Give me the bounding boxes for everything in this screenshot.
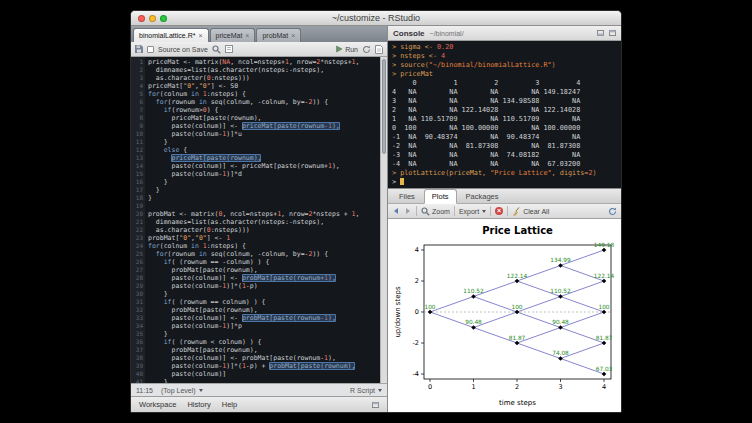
- code-lines[interactable]: priceMat <- matrix(NA, ncol=nsteps+1, nr…: [145, 57, 387, 383]
- console-line: 4 NA NA NA NA 149.18247: [392, 88, 617, 97]
- code-line[interactable]: }: [148, 378, 387, 383]
- source-tab-binomialLattice-R[interactable]: binomialLattice.R*×: [133, 28, 209, 42]
- code-line[interactable]: dimnames=list(as.character(nsteps:-nstep…: [148, 218, 387, 226]
- line-number-gutter: 1234567891011121314151617181920212223242…: [131, 57, 145, 383]
- plots-toolbar: Zoom Export × Clear All: [388, 204, 621, 219]
- code-line[interactable]: }: [148, 178, 387, 186]
- code-line[interactable]: else {: [148, 146, 387, 154]
- code-line[interactable]: dimnames=list(as.character(nsteps:-nstep…: [148, 66, 387, 74]
- source-tab-priceMat[interactable]: priceMat×: [210, 28, 256, 42]
- close-window-button[interactable]: [138, 15, 145, 22]
- code-line[interactable]: }: [148, 186, 387, 194]
- zoom-button[interactable]: Zoom: [421, 207, 450, 216]
- code-line[interactable]: if( (rownum < colnum) ) {: [148, 338, 387, 346]
- code-line[interactable]: as.character(0:nsteps))): [148, 226, 387, 234]
- code-line[interactable]: as.character(0:nsteps))): [148, 74, 387, 82]
- code-line[interactable]: priceMat[paste(rownum),: [148, 114, 387, 122]
- remove-plot-icon[interactable]: ×: [495, 207, 503, 215]
- source-on-save-checkbox[interactable]: [147, 46, 154, 53]
- code-line[interactable]: probMat[paste(rownum),: [148, 266, 387, 274]
- file-type-selector[interactable]: R Script: [350, 387, 382, 394]
- tab-files[interactable]: Files: [392, 190, 422, 203]
- code-line[interactable]: }: [148, 290, 387, 298]
- code-line[interactable]: if(rownum>0) {: [148, 106, 387, 114]
- code-line[interactable]: paste(colnum-1)]*d: [148, 170, 387, 178]
- previous-plot-icon[interactable]: [392, 207, 400, 215]
- run-button[interactable]: Run: [335, 45, 358, 53]
- minimize-window-button[interactable]: [149, 15, 156, 22]
- code-line[interactable]: priceMat["0","0"] <- S0: [148, 82, 387, 90]
- editor-scrollbar-thumb[interactable]: [382, 59, 386, 154]
- close-tab-icon[interactable]: ×: [291, 32, 295, 39]
- rstudio-window: ~/customize - RStudio binomialLattice.R*…: [130, 10, 622, 413]
- code-line[interactable]: paste(colnum)] <- probMat[paste(rownum+1…: [148, 274, 387, 282]
- export-button[interactable]: Export: [459, 208, 486, 215]
- tab-history[interactable]: History: [187, 400, 210, 409]
- code-line[interactable]: priceMat[paste(rownum),: [148, 154, 387, 162]
- code-line[interactable]: paste(colnum-1)]*(1-p): [148, 282, 387, 290]
- code-line[interactable]: for(colnum in 1:nsteps) {: [148, 242, 387, 250]
- code-line[interactable]: probMat <- matrix(0, ncol=nsteps+1, nrow…: [148, 210, 387, 218]
- code-line[interactable]: paste(colnum-1)]*p: [148, 322, 387, 330]
- code-line[interactable]: paste(colnum-1)]*(1-p) + probMat[paste(r…: [148, 362, 387, 370]
- titlebar[interactable]: ~/customize - RStudio: [131, 11, 621, 26]
- line-number: 34: [131, 322, 143, 330]
- code-line[interactable]: paste(colnum)] <- probMat[paste(rownum-1…: [148, 314, 387, 322]
- line-number: 30: [131, 290, 143, 298]
- code-line[interactable]: paste(colnum)] <- priceMat[paste(rownum+…: [148, 162, 387, 170]
- line-number: 38: [131, 354, 143, 362]
- svg-text:67.03: 67.03: [596, 366, 613, 372]
- code-line[interactable]: for(colnum in 1:nsteps) {: [148, 90, 387, 98]
- code-line[interactable]: paste(colnum)]: [148, 370, 387, 378]
- tab-packages[interactable]: Packages: [459, 190, 506, 203]
- line-number: 35: [131, 330, 143, 338]
- plot-area: Price Lattice01234-4-2024time stepsup/do…: [388, 219, 621, 412]
- code-line[interactable]: priceMat <- matrix(NA, ncol=nsteps+1, nr…: [148, 58, 387, 66]
- code-line[interactable]: paste(colnum)] <- probMat[paste(rownum-1…: [148, 354, 387, 362]
- scope-selector[interactable]: (Top Level): [161, 387, 203, 394]
- maximize-pane-icon[interactable]: [609, 30, 616, 36]
- minimize-pane-icon[interactable]: [597, 30, 604, 36]
- console-line: > source("~/binomial/binomialLattice.R"): [392, 61, 617, 70]
- clear-all-button[interactable]: Clear All: [512, 207, 549, 216]
- tab-workspace[interactable]: Workspace: [139, 400, 176, 409]
- chevron-down-icon: [378, 389, 382, 392]
- rerun-icon[interactable]: [362, 45, 371, 54]
- tab-plots[interactable]: Plots: [424, 189, 457, 204]
- svg-text:100: 100: [511, 304, 522, 310]
- code-line[interactable]: for(rownum in seq(colnum, -colnum, by=-2…: [148, 250, 387, 258]
- code-line[interactable]: probMat[paste(rownum),: [148, 346, 387, 354]
- code-line[interactable]: probMat[paste(rownum),: [148, 306, 387, 314]
- line-number: 39: [131, 362, 143, 370]
- close-tab-icon[interactable]: ×: [198, 32, 202, 39]
- code-line[interactable]: if( (rownum == -colnum) ) {: [148, 258, 387, 266]
- next-plot-icon[interactable]: [404, 207, 412, 215]
- code-line[interactable]: paste(colnum-1)]*u: [148, 130, 387, 138]
- code-line[interactable]: paste(colnum)] <- priceMat[paste(rownum-…: [148, 122, 387, 130]
- code-editor[interactable]: 1234567891011121314151617181920212223242…: [131, 57, 387, 383]
- source-file-icon[interactable]: [375, 45, 383, 54]
- console-working-directory[interactable]: ~/binomial/: [430, 30, 464, 37]
- console[interactable]: > sigma <- 0.20> nsteps <- 4> source("~/…: [388, 41, 621, 188]
- code-tools-icon[interactable]: [225, 45, 233, 53]
- code-line[interactable]: }: [148, 138, 387, 146]
- line-number: 29: [131, 282, 143, 290]
- source-tab-probMat[interactable]: probMat×: [256, 28, 301, 42]
- console-line: 0 100 NA 100.00000 NA 100.00000: [392, 124, 617, 133]
- code-line[interactable]: }: [148, 194, 387, 202]
- zoom-window-button[interactable]: [160, 15, 167, 22]
- close-tab-icon[interactable]: ×: [245, 32, 249, 39]
- code-line[interactable]: probMat["0","0"] <- 1: [148, 234, 387, 242]
- tab-help[interactable]: Help: [222, 400, 237, 409]
- maximize-pane-icon[interactable]: [372, 402, 379, 408]
- save-icon[interactable]: [135, 45, 143, 53]
- code-line[interactable]: }: [148, 330, 387, 338]
- editor-scrollbar[interactable]: [380, 57, 387, 383]
- line-number: 40: [131, 370, 143, 378]
- code-line[interactable]: if( (rownum == colnum) ) {: [148, 298, 387, 306]
- console-header: Console ~/binomial/: [388, 26, 621, 41]
- code-line[interactable]: [148, 202, 387, 210]
- code-line[interactable]: for(rownum in seq(colnum, -colnum, by=-2…: [148, 98, 387, 106]
- refresh-icon[interactable]: [608, 207, 617, 216]
- search-icon[interactable]: [212, 45, 221, 54]
